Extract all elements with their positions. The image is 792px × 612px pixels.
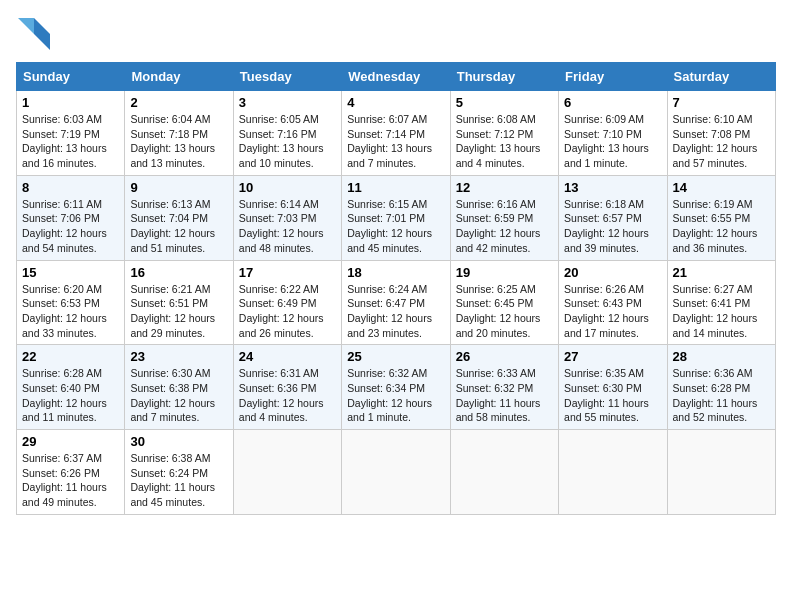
day-info: Sunrise: 6:09 AM Sunset: 7:10 PM Dayligh…	[564, 112, 661, 171]
logo	[16, 16, 58, 52]
day-info: Sunrise: 6:32 AM Sunset: 6:34 PM Dayligh…	[347, 366, 444, 425]
day-number: 18	[347, 265, 444, 280]
day-number: 24	[239, 349, 336, 364]
day-info: Sunrise: 6:04 AM Sunset: 7:18 PM Dayligh…	[130, 112, 227, 171]
calendar-day-cell: 15 Sunrise: 6:20 AM Sunset: 6:53 PM Dayl…	[17, 260, 125, 345]
column-header-wednesday: Wednesday	[342, 63, 450, 91]
calendar-day-cell: 16 Sunrise: 6:21 AM Sunset: 6:51 PM Dayl…	[125, 260, 233, 345]
empty-cell	[342, 430, 450, 515]
day-info: Sunrise: 6:08 AM Sunset: 7:12 PM Dayligh…	[456, 112, 553, 171]
calendar-day-cell: 18 Sunrise: 6:24 AM Sunset: 6:47 PM Dayl…	[342, 260, 450, 345]
day-number: 16	[130, 265, 227, 280]
day-info: Sunrise: 6:16 AM Sunset: 6:59 PM Dayligh…	[456, 197, 553, 256]
calendar-day-cell: 20 Sunrise: 6:26 AM Sunset: 6:43 PM Dayl…	[559, 260, 667, 345]
day-number: 28	[673, 349, 770, 364]
day-info: Sunrise: 6:26 AM Sunset: 6:43 PM Dayligh…	[564, 282, 661, 341]
day-info: Sunrise: 6:38 AM Sunset: 6:24 PM Dayligh…	[130, 451, 227, 510]
column-header-monday: Monday	[125, 63, 233, 91]
day-info: Sunrise: 6:30 AM Sunset: 6:38 PM Dayligh…	[130, 366, 227, 425]
calendar-day-cell: 5 Sunrise: 6:08 AM Sunset: 7:12 PM Dayli…	[450, 91, 558, 176]
calendar-day-cell: 26 Sunrise: 6:33 AM Sunset: 6:32 PM Dayl…	[450, 345, 558, 430]
calendar-day-cell: 7 Sunrise: 6:10 AM Sunset: 7:08 PM Dayli…	[667, 91, 775, 176]
calendar-week-row: 29 Sunrise: 6:37 AM Sunset: 6:26 PM Dayl…	[17, 430, 776, 515]
day-number: 26	[456, 349, 553, 364]
calendar-week-row: 8 Sunrise: 6:11 AM Sunset: 7:06 PM Dayli…	[17, 175, 776, 260]
day-number: 4	[347, 95, 444, 110]
column-header-tuesday: Tuesday	[233, 63, 341, 91]
day-number: 12	[456, 180, 553, 195]
calendar-header-row: SundayMondayTuesdayWednesdayThursdayFrid…	[17, 63, 776, 91]
calendar-day-cell: 21 Sunrise: 6:27 AM Sunset: 6:41 PM Dayl…	[667, 260, 775, 345]
day-info: Sunrise: 6:33 AM Sunset: 6:32 PM Dayligh…	[456, 366, 553, 425]
day-number: 14	[673, 180, 770, 195]
day-info: Sunrise: 6:27 AM Sunset: 6:41 PM Dayligh…	[673, 282, 770, 341]
day-number: 13	[564, 180, 661, 195]
calendar-day-cell: 4 Sunrise: 6:07 AM Sunset: 7:14 PM Dayli…	[342, 91, 450, 176]
day-number: 3	[239, 95, 336, 110]
day-number: 20	[564, 265, 661, 280]
empty-cell	[667, 430, 775, 515]
day-info: Sunrise: 6:37 AM Sunset: 6:26 PM Dayligh…	[22, 451, 119, 510]
calendar-day-cell: 11 Sunrise: 6:15 AM Sunset: 7:01 PM Dayl…	[342, 175, 450, 260]
logo-icon	[16, 16, 52, 52]
column-header-thursday: Thursday	[450, 63, 558, 91]
calendar-day-cell: 9 Sunrise: 6:13 AM Sunset: 7:04 PM Dayli…	[125, 175, 233, 260]
calendar-day-cell: 14 Sunrise: 6:19 AM Sunset: 6:55 PM Dayl…	[667, 175, 775, 260]
day-info: Sunrise: 6:21 AM Sunset: 6:51 PM Dayligh…	[130, 282, 227, 341]
day-number: 30	[130, 434, 227, 449]
day-info: Sunrise: 6:20 AM Sunset: 6:53 PM Dayligh…	[22, 282, 119, 341]
day-number: 21	[673, 265, 770, 280]
empty-cell	[450, 430, 558, 515]
calendar-day-cell: 28 Sunrise: 6:36 AM Sunset: 6:28 PM Dayl…	[667, 345, 775, 430]
day-number: 15	[22, 265, 119, 280]
day-info: Sunrise: 6:07 AM Sunset: 7:14 PM Dayligh…	[347, 112, 444, 171]
day-info: Sunrise: 6:11 AM Sunset: 7:06 PM Dayligh…	[22, 197, 119, 256]
calendar-week-row: 1 Sunrise: 6:03 AM Sunset: 7:19 PM Dayli…	[17, 91, 776, 176]
empty-cell	[233, 430, 341, 515]
day-info: Sunrise: 6:24 AM Sunset: 6:47 PM Dayligh…	[347, 282, 444, 341]
calendar-day-cell: 1 Sunrise: 6:03 AM Sunset: 7:19 PM Dayli…	[17, 91, 125, 176]
page-header	[16, 16, 776, 52]
day-number: 17	[239, 265, 336, 280]
day-number: 29	[22, 434, 119, 449]
column-header-friday: Friday	[559, 63, 667, 91]
calendar-day-cell: 22 Sunrise: 6:28 AM Sunset: 6:40 PM Dayl…	[17, 345, 125, 430]
day-number: 6	[564, 95, 661, 110]
day-info: Sunrise: 6:22 AM Sunset: 6:49 PM Dayligh…	[239, 282, 336, 341]
day-info: Sunrise: 6:05 AM Sunset: 7:16 PM Dayligh…	[239, 112, 336, 171]
day-info: Sunrise: 6:25 AM Sunset: 6:45 PM Dayligh…	[456, 282, 553, 341]
calendar-day-cell: 12 Sunrise: 6:16 AM Sunset: 6:59 PM Dayl…	[450, 175, 558, 260]
day-number: 19	[456, 265, 553, 280]
calendar-day-cell: 10 Sunrise: 6:14 AM Sunset: 7:03 PM Dayl…	[233, 175, 341, 260]
day-info: Sunrise: 6:03 AM Sunset: 7:19 PM Dayligh…	[22, 112, 119, 171]
calendar-day-cell: 29 Sunrise: 6:37 AM Sunset: 6:26 PM Dayl…	[17, 430, 125, 515]
calendar-day-cell: 8 Sunrise: 6:11 AM Sunset: 7:06 PM Dayli…	[17, 175, 125, 260]
calendar-week-row: 22 Sunrise: 6:28 AM Sunset: 6:40 PM Dayl…	[17, 345, 776, 430]
calendar-week-row: 15 Sunrise: 6:20 AM Sunset: 6:53 PM Dayl…	[17, 260, 776, 345]
day-number: 25	[347, 349, 444, 364]
calendar-day-cell: 17 Sunrise: 6:22 AM Sunset: 6:49 PM Dayl…	[233, 260, 341, 345]
calendar-day-cell: 27 Sunrise: 6:35 AM Sunset: 6:30 PM Dayl…	[559, 345, 667, 430]
day-info: Sunrise: 6:36 AM Sunset: 6:28 PM Dayligh…	[673, 366, 770, 425]
day-info: Sunrise: 6:15 AM Sunset: 7:01 PM Dayligh…	[347, 197, 444, 256]
day-number: 1	[22, 95, 119, 110]
column-header-sunday: Sunday	[17, 63, 125, 91]
day-info: Sunrise: 6:28 AM Sunset: 6:40 PM Dayligh…	[22, 366, 119, 425]
calendar-day-cell: 6 Sunrise: 6:09 AM Sunset: 7:10 PM Dayli…	[559, 91, 667, 176]
day-info: Sunrise: 6:19 AM Sunset: 6:55 PM Dayligh…	[673, 197, 770, 256]
day-number: 2	[130, 95, 227, 110]
calendar-day-cell: 13 Sunrise: 6:18 AM Sunset: 6:57 PM Dayl…	[559, 175, 667, 260]
column-header-saturday: Saturday	[667, 63, 775, 91]
day-number: 22	[22, 349, 119, 364]
day-number: 23	[130, 349, 227, 364]
day-number: 7	[673, 95, 770, 110]
empty-cell	[559, 430, 667, 515]
day-info: Sunrise: 6:13 AM Sunset: 7:04 PM Dayligh…	[130, 197, 227, 256]
calendar-table: SundayMondayTuesdayWednesdayThursdayFrid…	[16, 62, 776, 515]
calendar-day-cell: 30 Sunrise: 6:38 AM Sunset: 6:24 PM Dayl…	[125, 430, 233, 515]
calendar-day-cell: 3 Sunrise: 6:05 AM Sunset: 7:16 PM Dayli…	[233, 91, 341, 176]
calendar-day-cell: 24 Sunrise: 6:31 AM Sunset: 6:36 PM Dayl…	[233, 345, 341, 430]
calendar-day-cell: 19 Sunrise: 6:25 AM Sunset: 6:45 PM Dayl…	[450, 260, 558, 345]
day-info: Sunrise: 6:10 AM Sunset: 7:08 PM Dayligh…	[673, 112, 770, 171]
day-number: 9	[130, 180, 227, 195]
